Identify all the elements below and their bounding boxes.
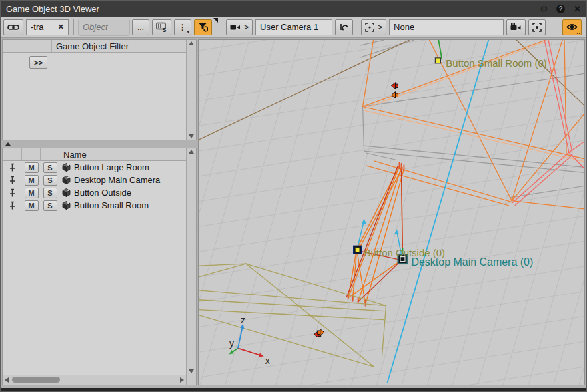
reset-camera-button[interactable] [335, 19, 353, 35]
scroll-up-icon[interactable] [189, 41, 194, 45]
axis-y-label: y [229, 338, 234, 349]
title-bar: Game Object 3D Viewer ⚙ ? ✕ [1, 1, 586, 17]
hscroll-thumb[interactable] [12, 377, 60, 383]
object-row[interactable]: M S Button Outside [3, 186, 186, 199]
object-handle-marker[interactable] [355, 248, 360, 252]
objects-vscrollbar[interactable] [186, 148, 196, 375]
s-toggle-button[interactable]: S [43, 162, 57, 173]
filter-toggle-button[interactable] [194, 19, 212, 35]
grid-line [199, 40, 275, 385]
object-row[interactable]: M S Button Large Room [3, 161, 186, 174]
main-area: Game Object Filter >> [1, 38, 586, 387]
more-options-label: ... [137, 23, 144, 32]
gray-wireframe [364, 146, 584, 168]
collapse-up-icon[interactable] [5, 142, 11, 146]
grid-line [579, 40, 584, 385]
grid-line [199, 40, 224, 385]
expand-filter-button[interactable]: >> [29, 56, 47, 69]
grid-line [199, 140, 584, 201]
more-options-button[interactable]: ... [132, 19, 149, 35]
pin-icon[interactable] [3, 176, 22, 185]
panel-splitter[interactable] [2, 140, 197, 148]
sequencer-icon: S [156, 22, 167, 32]
frame-target-icon [365, 23, 374, 32]
m-toggle-button[interactable]: M [25, 162, 39, 173]
game-object-cube-icon [62, 201, 71, 210]
m-toggle-button[interactable]: M [25, 175, 39, 186]
speaker-marker[interactable] [395, 84, 398, 87]
olive-box [199, 315, 374, 367]
object-name: Desktop Main Camera [74, 175, 160, 185]
camera-picker-arrow: > [244, 23, 249, 32]
visibility-button[interactable]: ‥ [562, 19, 582, 35]
frustum-red [347, 166, 398, 297]
speaker-marker[interactable] [318, 331, 320, 334]
object-name: Button Outside [74, 188, 131, 198]
scroll-left-icon[interactable] [5, 377, 9, 383]
game-object-cube-icon [62, 163, 71, 172]
pin-icon[interactable] [3, 163, 22, 172]
game-object-3d-viewer-window: Game Object 3D Viewer ⚙ ? ✕ -tra ✕ ... [0, 0, 587, 392]
s-toggle-button[interactable]: S [43, 175, 57, 186]
grid-line [352, 40, 452, 385]
speaker-marker[interactable] [392, 92, 396, 98]
speaker-marker[interactable] [392, 83, 396, 89]
game-object-filter-panel: Game Object Filter >> [2, 39, 197, 140]
scroll-down-icon[interactable] [189, 369, 194, 373]
object-handle-marker[interactable] [435, 58, 440, 63]
m-toggle-button[interactable]: M [25, 188, 39, 198]
target-name-field[interactable]: None [389, 19, 504, 35]
menu-button[interactable]: ⋮ ▾ [174, 19, 191, 35]
grid-line [199, 266, 584, 327]
scroll-up-icon[interactable] [189, 150, 194, 154]
object-row[interactable]: M S Desktop Main Camera [3, 174, 186, 186]
target-picker-button[interactable]: > [361, 19, 386, 35]
help-icon[interactable]: ? [556, 5, 565, 13]
objects-hscrollbar[interactable] [3, 375, 186, 385]
object-label[interactable]: Desktop Main Camera (0) [411, 256, 533, 268]
filter-panel-body[interactable]: >> [3, 53, 186, 140]
s-toggle-button[interactable]: S [43, 188, 57, 198]
pin-icon[interactable] [3, 188, 22, 198]
name-filter-input[interactable]: -tra ✕ [26, 19, 69, 35]
frustum-orange [348, 259, 403, 298]
link-button[interactable] [3, 19, 23, 35]
funnel-icon [198, 22, 208, 32]
filter-panel-vscrollbar[interactable] [186, 40, 196, 140]
sequencer-button[interactable]: S [152, 19, 171, 35]
viewport-canvas[interactable]: Button Small Room (0)Button Outside (0)D… [199, 40, 584, 385]
object-label[interactable]: Button Small Room (0) [446, 57, 546, 69]
camera-picker-button[interactable]: > [226, 19, 253, 35]
speaker-marker[interactable] [395, 93, 398, 97]
grid-line [478, 40, 578, 385]
grid-line [225, 40, 325, 385]
left-column: Game Object Filter >> [2, 39, 197, 385]
s-toggle-button[interactable]: S [43, 200, 57, 211]
camera-name-field[interactable]: User Camera 1 [255, 19, 332, 35]
salmon-room [512, 152, 569, 203]
pin-icon[interactable] [3, 201, 22, 210]
orange-room [512, 110, 584, 200]
frustum-red [401, 168, 402, 259]
gray-wireframe [510, 186, 584, 198]
viewport-3d[interactable]: Button Small Room (0)Button Outside (0)D… [198, 39, 585, 385]
grid-line [199, 292, 584, 352]
object-row[interactable]: M S Button Small Room [3, 199, 186, 212]
look-through-camera-button[interactable] [506, 19, 526, 35]
m-toggle-button[interactable]: M [25, 200, 39, 211]
brown-wireframe [199, 40, 409, 140]
scroll-right-icon[interactable] [180, 377, 184, 383]
scroll-down-icon[interactable] [189, 134, 194, 138]
close-icon[interactable]: ✕ [574, 5, 581, 13]
filter-header-label: Game Object Filter [52, 40, 186, 52]
speaker-marker[interactable] [320, 329, 324, 335]
orange-room [363, 106, 584, 160]
object-search-input[interactable] [79, 19, 129, 35]
clear-filter-icon[interactable]: ✕ [58, 23, 64, 31]
frame-selection-button[interactable] [528, 19, 546, 35]
name-column-header[interactable]: Name [59, 148, 186, 160]
eye-dots-icon: ‥ [576, 29, 580, 35]
orange-room [512, 201, 584, 210]
settings-gear-icon[interactable]: ⚙ [540, 5, 548, 13]
link-icon [7, 23, 19, 31]
